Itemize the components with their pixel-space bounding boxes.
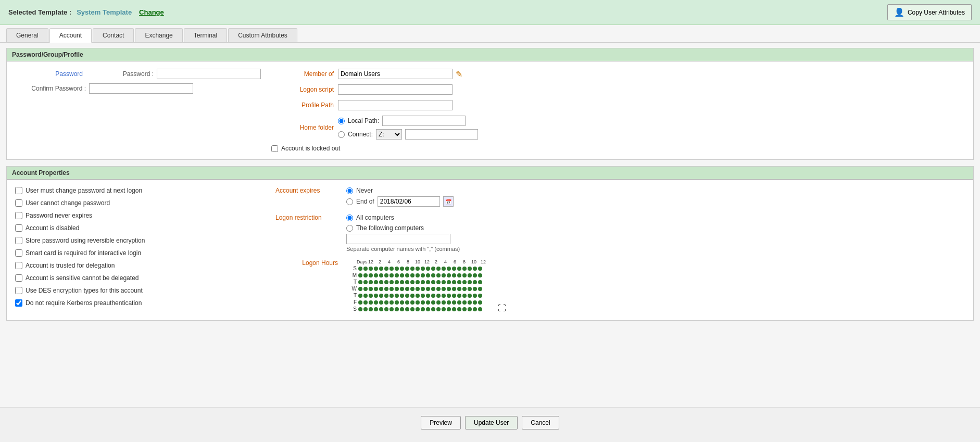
hour-dot-4-9[interactable] xyxy=(405,294,409,298)
hour-dot-2-10[interactable] xyxy=(410,280,414,284)
hour-dot-6-14[interactable] xyxy=(431,307,435,311)
tab-general[interactable]: General xyxy=(6,28,48,42)
hour-dot-0-12[interactable] xyxy=(421,267,425,271)
hour-dot-6-17[interactable] xyxy=(447,307,451,311)
hour-dot-4-14[interactable] xyxy=(431,294,435,298)
hour-dot-2-2[interactable] xyxy=(369,280,373,284)
hour-dot-3-19[interactable] xyxy=(457,287,461,291)
hour-dot-1-6[interactable] xyxy=(390,273,394,277)
hour-dot-2-11[interactable] xyxy=(416,280,420,284)
hour-dot-4-19[interactable] xyxy=(457,294,461,298)
connect-drive-select[interactable]: Z: xyxy=(376,129,402,140)
checkbox-7[interactable] xyxy=(15,274,22,282)
cancel-button[interactable]: Cancel xyxy=(522,416,559,430)
tab-contact[interactable]: Contact xyxy=(93,28,134,42)
hour-dot-3-6[interactable] xyxy=(390,287,394,291)
hour-dot-5-10[interactable] xyxy=(410,300,414,305)
hour-dot-2-7[interactable] xyxy=(395,280,399,284)
hour-dot-0-23[interactable] xyxy=(478,267,482,271)
checkbox-8[interactable] xyxy=(15,287,22,294)
hour-dot-3-9[interactable] xyxy=(405,287,409,291)
hour-dot-1-21[interactable] xyxy=(468,273,472,277)
hour-dot-2-4[interactable] xyxy=(379,280,383,284)
hour-dot-0-3[interactable] xyxy=(374,267,378,271)
hour-dot-1-4[interactable] xyxy=(379,273,383,277)
hour-dot-5-5[interactable] xyxy=(384,300,388,305)
hour-dot-0-11[interactable] xyxy=(416,267,420,271)
hour-dot-4-11[interactable] xyxy=(416,294,420,298)
hour-dot-5-23[interactable] xyxy=(478,300,482,305)
hour-dot-2-16[interactable] xyxy=(442,280,446,284)
hour-dot-4-4[interactable] xyxy=(379,294,383,298)
hour-dot-3-3[interactable] xyxy=(374,287,378,291)
change-link[interactable]: Change xyxy=(139,8,164,16)
hour-dot-2-6[interactable] xyxy=(390,280,394,284)
hour-dot-4-18[interactable] xyxy=(452,294,456,298)
checkbox-6[interactable] xyxy=(15,262,22,269)
hour-dot-6-21[interactable] xyxy=(468,307,472,311)
member-of-input[interactable] xyxy=(338,69,453,79)
hour-dot-2-14[interactable] xyxy=(431,280,435,284)
hour-dot-6-20[interactable] xyxy=(462,307,467,311)
tab-account[interactable]: Account xyxy=(49,28,92,43)
hour-dot-3-11[interactable] xyxy=(416,287,420,291)
account-locked-checkbox[interactable] xyxy=(271,145,278,152)
hour-dot-0-6[interactable] xyxy=(390,267,394,271)
hour-dot-2-17[interactable] xyxy=(447,280,451,284)
hour-dot-6-23[interactable] xyxy=(478,307,482,311)
hour-dot-2-12[interactable] xyxy=(421,280,425,284)
connect-path-input[interactable] xyxy=(405,129,478,140)
hour-dot-6-1[interactable] xyxy=(363,307,368,311)
hour-dot-2-19[interactable] xyxy=(457,280,461,284)
hour-dot-4-10[interactable] xyxy=(410,294,414,298)
hour-dot-6-9[interactable] xyxy=(405,307,409,311)
hour-dot-5-16[interactable] xyxy=(442,300,446,305)
password-input[interactable] xyxy=(157,69,261,79)
hour-dot-5-13[interactable] xyxy=(426,300,430,305)
connect-radio[interactable] xyxy=(338,131,345,138)
hour-dot-6-0[interactable] xyxy=(358,307,362,311)
hour-dot-3-18[interactable] xyxy=(452,287,456,291)
hour-dot-6-11[interactable] xyxy=(416,307,420,311)
hour-dot-1-10[interactable] xyxy=(410,273,414,277)
hour-dot-4-13[interactable] xyxy=(426,294,430,298)
hour-dot-2-21[interactable] xyxy=(468,280,472,284)
hour-dot-6-15[interactable] xyxy=(436,307,441,311)
hour-dot-6-19[interactable] xyxy=(457,307,461,311)
hour-dot-3-22[interactable] xyxy=(473,287,477,291)
hour-dot-4-23[interactable] xyxy=(478,294,482,298)
hour-dot-2-5[interactable] xyxy=(384,280,388,284)
hour-dot-1-20[interactable] xyxy=(462,273,467,277)
hour-dot-6-4[interactable] xyxy=(379,307,383,311)
end-of-radio[interactable] xyxy=(346,198,353,205)
hour-dot-5-12[interactable] xyxy=(421,300,425,305)
hour-dot-2-8[interactable] xyxy=(400,280,404,284)
hour-dot-4-17[interactable] xyxy=(447,294,451,298)
hour-dot-4-12[interactable] xyxy=(421,294,425,298)
hour-dot-1-15[interactable] xyxy=(436,273,441,277)
hour-dot-0-21[interactable] xyxy=(468,267,472,271)
hour-dot-2-3[interactable] xyxy=(374,280,378,284)
hour-dot-0-17[interactable] xyxy=(447,267,451,271)
hour-dot-6-6[interactable] xyxy=(390,307,394,311)
preview-button[interactable]: Preview xyxy=(421,416,461,430)
hour-dot-1-17[interactable] xyxy=(447,273,451,277)
hour-dot-2-0[interactable] xyxy=(358,280,362,284)
hour-dot-3-23[interactable] xyxy=(478,287,482,291)
hour-dot-5-21[interactable] xyxy=(468,300,472,305)
hour-dot-3-0[interactable] xyxy=(358,287,362,291)
hour-dot-1-18[interactable] xyxy=(452,273,456,277)
hour-dot-4-6[interactable] xyxy=(390,294,394,298)
hour-dot-1-9[interactable] xyxy=(405,273,409,277)
hour-dot-3-16[interactable] xyxy=(442,287,446,291)
hour-dot-4-16[interactable] xyxy=(442,294,446,298)
hour-dot-5-15[interactable] xyxy=(436,300,441,305)
hour-dot-5-11[interactable] xyxy=(416,300,420,305)
hour-dot-3-15[interactable] xyxy=(436,287,441,291)
hour-dot-5-19[interactable] xyxy=(457,300,461,305)
hour-dot-4-2[interactable] xyxy=(369,294,373,298)
hour-dot-4-7[interactable] xyxy=(395,294,399,298)
hour-dot-0-10[interactable] xyxy=(410,267,414,271)
calendar-icon[interactable]: 📅 xyxy=(443,196,454,207)
hour-dot-5-1[interactable] xyxy=(363,300,368,305)
